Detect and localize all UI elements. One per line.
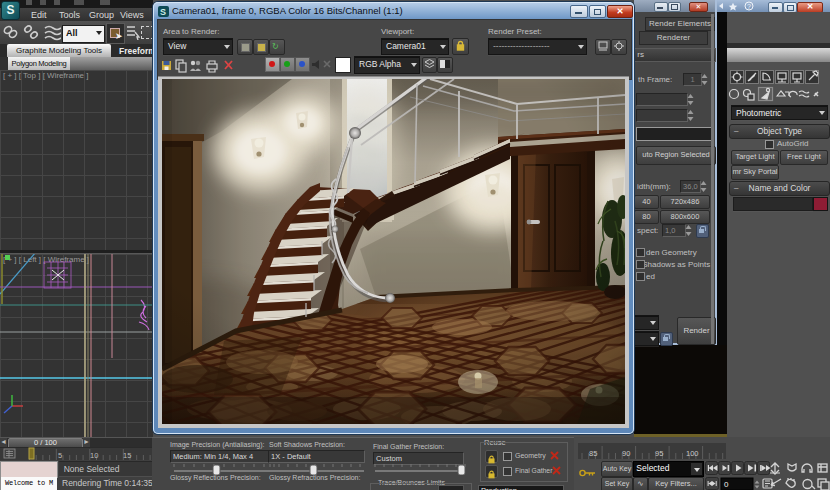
svg-text:90: 90 — [622, 449, 630, 458]
svg-text:5: 5 — [58, 451, 62, 460]
svg-text:95: 95 — [655, 449, 663, 458]
svg-text:15: 15 — [123, 451, 131, 460]
svg-text:S: S — [160, 7, 166, 17]
svg-text:85: 85 — [589, 449, 597, 458]
svg-text:0: 0 — [724, 480, 729, 489]
svg-text:?: ? — [747, 3, 751, 10]
svg-text:100: 100 — [686, 449, 699, 458]
svg-text:10: 10 — [90, 451, 98, 460]
